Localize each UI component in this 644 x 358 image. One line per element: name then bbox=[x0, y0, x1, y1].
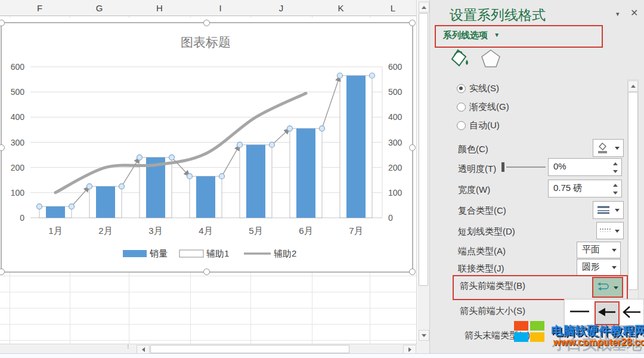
column-header-l[interactable]: L bbox=[370, 0, 417, 16]
sheet-right-border bbox=[416, 0, 417, 353]
column-header-f[interactable]: F bbox=[10, 0, 70, 16]
scrollbar-split-handle[interactable]: ⁝ bbox=[127, 345, 129, 348]
up-arrow-icon bbox=[631, 85, 636, 88]
scroll-left-button[interactable] bbox=[137, 345, 150, 354]
chevron-down-icon bbox=[615, 147, 620, 150]
compound-type-label: 复合类型(C) bbox=[458, 205, 506, 217]
column-header-sliver[interactable] bbox=[0, 0, 10, 16]
pane-collapse-icon[interactable]: ▾ bbox=[616, 10, 620, 18]
cap-type-dropdown[interactable]: 平面 bbox=[577, 242, 621, 258]
chevron-down-icon bbox=[612, 266, 617, 269]
cap-type-value: 平面 bbox=[582, 244, 600, 255]
radio-solid-line[interactable] bbox=[457, 84, 466, 93]
sheet-row-line bbox=[0, 292, 416, 292]
dash-type-label: 短划线类型(D) bbox=[458, 226, 515, 237]
chevron-down-icon bbox=[615, 230, 620, 233]
annotation-box-section bbox=[435, 25, 603, 48]
pentagon-effects-icon[interactable] bbox=[480, 49, 501, 68]
spin-up-icon bbox=[613, 162, 618, 165]
arrow-style-icon bbox=[596, 281, 610, 292]
spin-down-icon bbox=[613, 192, 618, 195]
windows-logo-square-green bbox=[530, 321, 544, 331]
chevron-down-icon bbox=[612, 249, 617, 252]
right-arrow-icon bbox=[408, 347, 411, 352]
width-value: 0.75 磅 bbox=[553, 183, 582, 194]
radio-gradient-line[interactable] bbox=[457, 103, 466, 112]
selection-handle-bottom-left[interactable] bbox=[0, 268, 5, 275]
vertical-scroll-thumb[interactable] bbox=[419, 13, 428, 286]
scroll-up-button[interactable] bbox=[419, 2, 429, 13]
chart-selection-frame bbox=[1, 22, 413, 273]
join-type-value: 圆形 bbox=[582, 261, 600, 273]
join-type-dropdown[interactable]: 圆形 bbox=[577, 259, 621, 276]
paint-bucket-icon[interactable] bbox=[448, 47, 472, 69]
sheet-vertical-scrollbar[interactable] bbox=[417, 0, 429, 353]
no-arrow-option[interactable] bbox=[567, 305, 592, 317]
windows-logo-square-blue bbox=[514, 332, 528, 342]
transparency-slider-thumb[interactable] bbox=[501, 162, 504, 172]
spin-up-icon bbox=[613, 184, 618, 187]
watermark-site-name: 电脑软硬件教程网 bbox=[551, 323, 644, 339]
pane-close-icon[interactable]: ✕ bbox=[630, 7, 638, 18]
up-arrow-icon bbox=[422, 6, 426, 9]
transparency-spinner[interactable] bbox=[612, 161, 619, 175]
selection-handle-bottom-mid[interactable] bbox=[203, 268, 210, 275]
pane-scroll-thumb[interactable] bbox=[628, 92, 638, 290]
scroll-right-button[interactable] bbox=[403, 345, 416, 354]
chevron-down-icon bbox=[615, 209, 620, 212]
pane-title: 设置系列线格式 bbox=[450, 6, 546, 24]
line-color-icon bbox=[596, 141, 609, 155]
join-type-label: 联接类型(J) bbox=[458, 263, 504, 274]
transparency-input[interactable]: 0% bbox=[548, 158, 622, 176]
selection-handle-top-mid[interactable] bbox=[203, 20, 210, 26]
column-header-h[interactable]: H bbox=[129, 0, 191, 16]
sheet-row-line bbox=[0, 324, 416, 325]
column-header-i[interactable]: I bbox=[190, 0, 251, 16]
chart-object[interactable]: 00100100200200300300400400500500600600图表… bbox=[1, 18, 413, 272]
color-picker-button[interactable] bbox=[593, 139, 624, 157]
dash-type-dropdown[interactable] bbox=[596, 222, 624, 239]
sheet-row-line bbox=[0, 340, 416, 341]
column-header-j[interactable]: J bbox=[250, 0, 312, 16]
watermark: 小白实战基地 电脑软硬件教程网 www.computer28.com bbox=[514, 319, 644, 356]
automatic-label[interactable]: 自动(U) bbox=[469, 120, 500, 131]
arrow-begin-type-dropdown[interactable] bbox=[592, 277, 623, 298]
column-header-g[interactable]: G bbox=[70, 0, 129, 16]
radio-automatic[interactable] bbox=[457, 121, 466, 130]
sheet-row-line bbox=[0, 308, 416, 308]
sheet-horizontal-scrollbar[interactable]: ⁝ bbox=[0, 344, 417, 354]
windows-logo-square-yellow bbox=[530, 332, 544, 342]
width-spinner[interactable] bbox=[612, 182, 619, 196]
dash-line-icon bbox=[599, 227, 612, 233]
transparency-slider-track[interactable] bbox=[506, 166, 546, 168]
width-label: 宽度(W) bbox=[458, 184, 490, 196]
scroll-down-button[interactable] bbox=[419, 330, 429, 341]
compound-line-icon bbox=[597, 205, 611, 215]
column-header-k[interactable]: K bbox=[312, 0, 370, 16]
open-arrow-option[interactable] bbox=[621, 304, 642, 320]
windows-logo-square-orange bbox=[514, 321, 528, 331]
pane-scroll-up-button[interactable] bbox=[628, 81, 638, 92]
gradient-line-label[interactable]: 渐变线(G) bbox=[469, 101, 509, 113]
horizontal-scroll-thumb[interactable] bbox=[150, 345, 349, 353]
chevron-down-icon bbox=[614, 286, 618, 289]
compound-type-dropdown[interactable] bbox=[593, 201, 624, 219]
solid-left-arrow-icon bbox=[596, 306, 617, 318]
selection-handle-bottom-right[interactable] bbox=[409, 268, 416, 275]
watermark-site-url: www.computer28.com bbox=[553, 337, 644, 348]
selection-handle-top-right[interactable] bbox=[409, 20, 416, 26]
left-arrow-icon bbox=[142, 347, 145, 352]
arrow-begin-size-label: 箭头前端大小(S) bbox=[460, 305, 525, 317]
solid-line-label[interactable]: 实线(S) bbox=[469, 83, 499, 94]
transparency-value: 0% bbox=[553, 161, 566, 171]
spin-down-icon bbox=[613, 170, 618, 173]
sheet-row-line bbox=[0, 276, 416, 276]
down-arrow-icon bbox=[422, 334, 426, 337]
selection-handle-mid-right[interactable] bbox=[409, 144, 416, 151]
cap-type-label: 端点类型(A) bbox=[458, 246, 506, 257]
width-input[interactable]: 0.75 磅 bbox=[548, 180, 622, 197]
transparency-label: 透明度(T) bbox=[458, 163, 496, 175]
color-label: 颜色(C) bbox=[458, 144, 488, 155]
spreadsheet-area[interactable]: F G H I J K L ⁝ 001001002002003003004004… bbox=[0, 0, 429, 353]
